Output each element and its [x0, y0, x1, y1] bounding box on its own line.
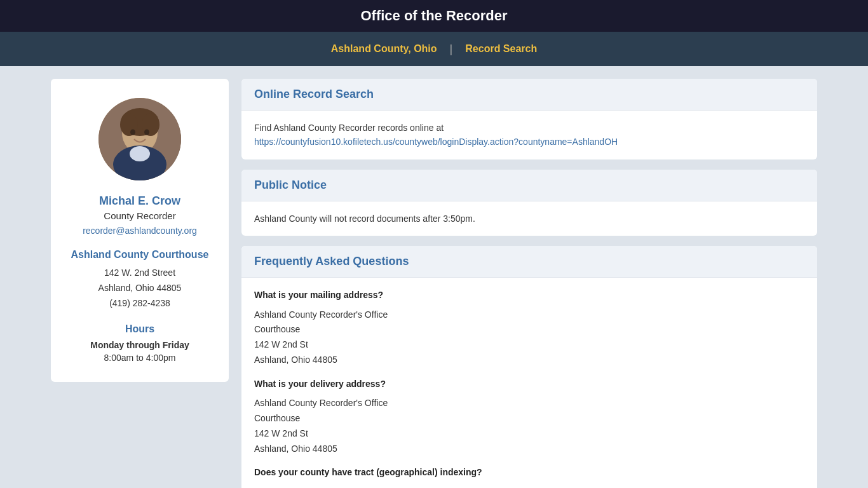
person-title: County Recorder: [64, 210, 216, 221]
nav-separator: |: [450, 43, 453, 56]
courthouse-label: Ashland County Courthouse: [64, 249, 216, 261]
faq-header: Frequently Asked Questions: [241, 246, 817, 278]
faq-question-0: What is your mailing address?: [254, 288, 804, 302]
nav-bar: Ashland County, Ohio | Record Search: [0, 32, 868, 66]
public-notice-header: Public Notice: [241, 170, 817, 201]
faq-title: Frequently Asked Questions: [254, 255, 409, 268]
record-search-link[interactable]: Record Search: [459, 41, 543, 57]
hours-section: Hours Monday through Friday 8:00am to 4:…: [64, 323, 216, 363]
header-title: Office of the Recorder: [360, 8, 507, 24]
page-header: Office of the Recorder: [0, 0, 868, 32]
right-content: Online Record Search Find Ashland County…: [241, 79, 817, 488]
address-line2: Ashland, Ohio 44805: [64, 281, 216, 296]
online-record-search-card: Online Record Search Find Ashland County…: [241, 79, 817, 159]
person-name: Michal E. Crow: [64, 194, 216, 208]
online-search-title: Online Record Search: [254, 88, 374, 100]
online-search-link[interactable]: https://countyfusion10.kofiletech.us/cou…: [254, 137, 618, 147]
hours-label: Hours: [64, 323, 216, 335]
faq-question-1: What is your delivery address?: [254, 377, 804, 391]
hours-days: Monday through Friday: [64, 340, 216, 350]
address-section: Ashland County Courthouse 142 W. 2nd Str…: [64, 249, 216, 311]
online-search-body: Find Ashland County Recorder records onl…: [241, 111, 817, 159]
public-notice-title: Public Notice: [254, 179, 327, 191]
online-search-header: Online Record Search: [241, 79, 817, 111]
sidebar-card: Michal E. Crow County Recorder recorder@…: [51, 79, 229, 382]
online-search-intro: Find Ashland County Recorder records onl…: [254, 123, 444, 133]
faq-question-2: Does your county have tract (geographica…: [254, 465, 804, 479]
avatar-container: [64, 98, 216, 183]
faq-body: What is your mailing address?Ashland Cou…: [241, 278, 817, 488]
faq-answer-1: Ashland County Recorder's OfficeCourthou…: [254, 396, 804, 456]
county-link[interactable]: Ashland County, Ohio: [325, 41, 444, 57]
public-notice-card: Public Notice Ashland County will not re…: [241, 170, 817, 236]
person-email-link[interactable]: recorder@ashlandcounty.org: [83, 226, 197, 236]
faq-card: Frequently Asked Questions What is your …: [241, 246, 817, 488]
public-notice-body: Ashland County will not record documents…: [241, 201, 817, 236]
address-line1: 142 W. 2nd Street: [64, 266, 216, 281]
address-phone: (419) 282-4238: [64, 296, 216, 311]
faq-answer-0: Ashland County Recorder's OfficeCourthou…: [254, 308, 804, 368]
svg-point-6: [130, 146, 150, 161]
avatar: [98, 98, 181, 180]
public-notice-text: Ashland County will not record documents…: [254, 214, 475, 224]
address-lines: 142 W. 2nd Street Ashland, Ohio 44805 (4…: [64, 266, 216, 311]
svg-point-7: [130, 130, 135, 135]
hours-time: 8:00am to 4:00pm: [64, 353, 216, 363]
svg-point-8: [144, 130, 149, 135]
main-content: Michal E. Crow County Recorder recorder@…: [0, 66, 868, 488]
